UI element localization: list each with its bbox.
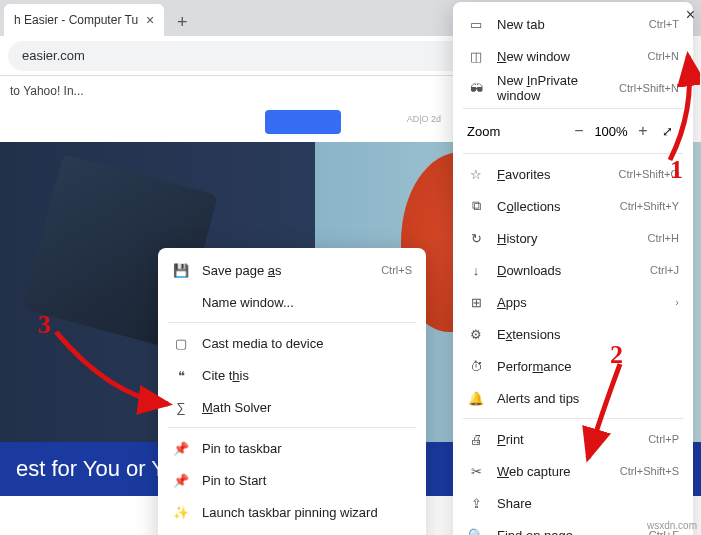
print-icon: 🖨 <box>467 430 485 448</box>
submenu-math-solver[interactable]: ∑ Math Solver <box>158 391 426 423</box>
download-icon: ↓ <box>467 261 485 279</box>
star-icon: ☆ <box>467 165 485 183</box>
menu-collections[interactable]: ⧉ Collections Ctrl+Shift+Y <box>453 190 693 222</box>
menu-separator <box>168 322 416 323</box>
annotation-number-1: 1 <box>670 155 683 185</box>
submenu-pin-start[interactable]: 📌 Pin to Start <box>158 464 426 496</box>
active-tab[interactable]: h Easier - Computer Tu × <box>4 4 164 36</box>
extensions-icon: ⚙ <box>467 325 485 343</box>
watermark: wsxdn.com <box>647 520 697 531</box>
collections-icon: ⧉ <box>467 197 485 215</box>
menu-extensions[interactable]: ⚙ Extensions <box>453 318 693 350</box>
menu-separator <box>168 427 416 428</box>
save-icon: 💾 <box>172 261 190 279</box>
menu-history[interactable]: ↻ History Ctrl+H <box>453 222 693 254</box>
pin-icon: 📌 <box>172 471 190 489</box>
submenu-launch-pinning-wizard[interactable]: ✨ Launch taskbar pinning wizard <box>158 496 426 528</box>
window-icon: ◫ <box>467 47 485 65</box>
search-icon: 🔍 <box>467 526 485 535</box>
annotation-arrow-2 <box>560 358 660 468</box>
history-icon: ↻ <box>467 229 485 247</box>
pin-icon: 📌 <box>172 439 190 457</box>
submenu-cast[interactable]: ▢ Cast media to device <box>158 327 426 359</box>
tab-close-icon[interactable]: × <box>146 12 154 28</box>
window-close-icon[interactable]: × <box>686 6 695 24</box>
submenu-name-window[interactable]: Name window... <box>158 286 426 318</box>
zoom-out-button[interactable]: − <box>567 122 591 140</box>
page-cta-button[interactable] <box>265 110 341 134</box>
capture-icon: ✂ <box>467 462 485 480</box>
submenu-save-page[interactable]: 💾 Save page as Ctrl+S <box>158 254 426 286</box>
tab-title: h Easier - Computer Tu <box>14 13 138 27</box>
zoom-value: 100% <box>591 124 631 139</box>
blank-icon <box>172 293 190 311</box>
submenu-pin-taskbar[interactable]: 📌 Pin to taskbar <box>158 432 426 464</box>
menu-apps[interactable]: ⊞ Apps › <box>453 286 693 318</box>
menu-new-tab[interactable]: ▭ New tab Ctrl+T <box>453 8 693 40</box>
submenu-launch-edge-bar[interactable]: Launch Edge bar <box>158 528 426 535</box>
inprivate-icon: 🕶 <box>467 79 485 97</box>
menu-share[interactable]: ⇪ Share <box>453 487 693 519</box>
annotation-number-2: 2 <box>610 340 623 370</box>
more-tools-submenu: 💾 Save page as Ctrl+S Name window... ▢ C… <box>158 248 426 535</box>
annotation-arrow-1 <box>640 50 700 170</box>
wizard-icon: ✨ <box>172 503 190 521</box>
new-tab-icon: ▭ <box>467 15 485 33</box>
annotation-number-3: 3 <box>38 310 51 340</box>
bookmark-item[interactable]: to Yahoo! In... <box>10 84 84 98</box>
chevron-right-icon: › <box>675 296 679 308</box>
bell-icon: 🔔 <box>467 389 485 407</box>
url-text: easier.com <box>22 48 85 63</box>
apps-icon: ⊞ <box>467 293 485 311</box>
submenu-cite-this[interactable]: ❝ Cite this <box>158 359 426 391</box>
ad-label: AD|O 2d <box>407 114 441 124</box>
annotation-arrow-3 <box>50 326 180 416</box>
menu-downloads[interactable]: ↓ Downloads Ctrl+J <box>453 254 693 286</box>
performance-icon: ⏱ <box>467 357 485 375</box>
new-tab-button[interactable]: + <box>168 8 196 36</box>
share-icon: ⇪ <box>467 494 485 512</box>
